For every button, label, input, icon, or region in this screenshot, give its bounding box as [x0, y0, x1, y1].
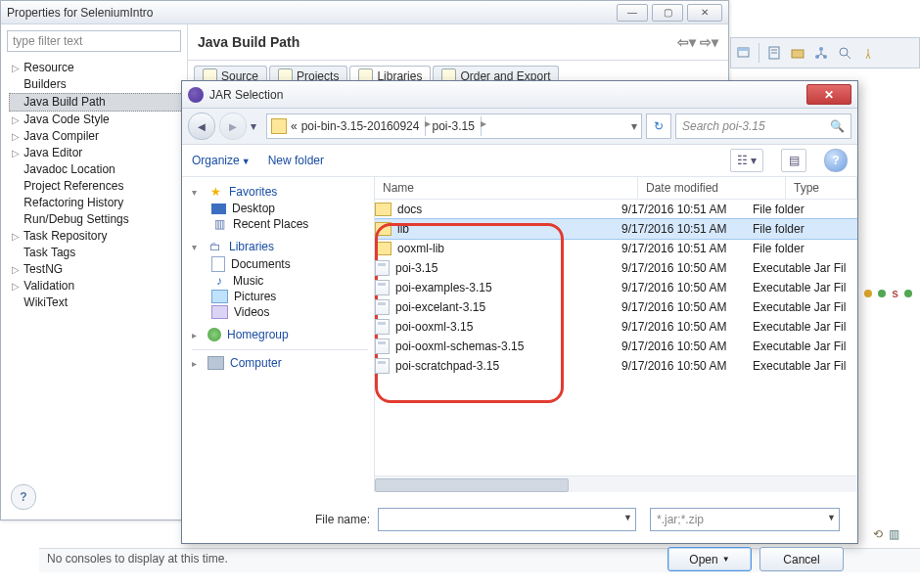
search-icon[interactable]	[834, 42, 855, 64]
places-splitter[interactable]	[370, 177, 374, 492]
dialog-close-button[interactable]: ✕	[806, 84, 851, 105]
sync-icon[interactable]: ⟲	[873, 527, 883, 541]
tree-item[interactable]: Javadoc Location	[9, 161, 183, 178]
minimize-button[interactable]: —	[617, 4, 648, 22]
place-documents[interactable]: Documents	[192, 255, 374, 273]
back-arrow-icon[interactable]: ⇦▾	[677, 34, 696, 50]
type-hierarchy-icon[interactable]	[810, 42, 832, 64]
ok-dot-icon	[878, 290, 886, 297]
nav-back-button[interactable]: ◄	[188, 113, 215, 140]
tree-item[interactable]: Refactoring History	[9, 195, 183, 211]
cancel-button[interactable]: Cancel	[759, 547, 844, 571]
tree-item[interactable]: ▷ Resource	[9, 60, 183, 76]
eclipse-toolbar	[730, 37, 920, 68]
file-row[interactable]: lib9/17/2016 10:51 AMFile folder	[375, 219, 857, 239]
dialog-title: JAR Selection	[209, 88, 283, 102]
filter-text-input[interactable]: type filter text	[7, 30, 181, 52]
dialog-bottom: File name: ▼ *.jar;*.zip▼ Open▼ Cancel	[182, 492, 857, 571]
breadcrumb[interactable]: « poi-bin-3.15-20160924 ▸ poi-3.15 ▸ ▾	[266, 113, 642, 139]
tree-item[interactable]: WikiText	[9, 294, 183, 311]
file-row[interactable]: ooxml-lib9/17/2016 10:51 AMFile folder	[375, 239, 857, 258]
dialog-help-button[interactable]: ?	[824, 149, 848, 172]
maximize-button[interactable]: ▢	[652, 4, 683, 22]
tree-item[interactable]: Task Tags	[9, 245, 183, 261]
dialog-titlebar[interactable]: JAR Selection ✕	[182, 81, 857, 109]
file-row[interactable]: poi-examples-3.159/17/2016 10:50 AMExecu…	[375, 278, 857, 297]
tree-item[interactable]: ▷ Java Code Style	[9, 112, 183, 128]
preview-pane-button[interactable]: ▤	[781, 149, 806, 172]
new-folder-button[interactable]: New folder	[268, 154, 324, 167]
static-marker-icon: s	[892, 287, 898, 300]
place-music[interactable]: ♪Music	[192, 273, 374, 289]
tree-item[interactable]: Builders	[9, 76, 183, 93]
place-pictures[interactable]: Pictures	[192, 289, 374, 304]
properties-tree[interactable]: ▷ Resource Builders Java Build Path▷ Jav…	[1, 58, 187, 520]
jar-icon	[375, 299, 390, 315]
file-row[interactable]: poi-ooxml-schemas-3.159/17/2016 10:50 AM…	[375, 337, 857, 356]
breadcrumb-prev[interactable]: «	[291, 119, 298, 133]
tree-item[interactable]: Java Build Path	[9, 93, 183, 112]
properties-titlebar[interactable]: Properties for SeleniumIntro — ▢ ✕	[1, 1, 728, 24]
breadcrumb-item[interactable]: poi-bin-3.15-20160924	[301, 119, 420, 133]
tree-item[interactable]: ▷ TestNG	[9, 261, 183, 278]
file-name-label: File name:	[194, 513, 370, 526]
warning-dot-icon	[864, 290, 872, 297]
forward-arrow-icon[interactable]: ⇨▾	[700, 34, 718, 50]
libraries-header[interactable]: ▾🗀Libraries	[192, 240, 374, 253]
nav-history-dropdown[interactable]: ▾	[251, 119, 262, 133]
svg-line-10	[847, 55, 851, 59]
pin-icon[interactable]	[857, 42, 879, 64]
svg-rect-1	[738, 48, 749, 51]
file-filter-combo[interactable]: *.jar;*.zip▼	[650, 508, 840, 531]
refresh-button[interactable]: ↻	[646, 113, 671, 139]
favorites-header[interactable]: ▾★Favorites	[192, 185, 374, 199]
tree-item[interactable]: ▷ Java Editor	[9, 145, 183, 161]
outline-icon[interactable]	[763, 42, 785, 64]
open-button[interactable]: Open▼	[667, 547, 752, 571]
tree-item[interactable]: Run/Debug Settings	[9, 211, 183, 228]
organize-button[interactable]: Organize▼	[192, 154, 251, 167]
tree-item[interactable]: ▷ Java Compiler	[9, 128, 183, 145]
search-input[interactable]: Search poi-3.15 🔍	[675, 113, 851, 139]
file-row[interactable]: poi-3.159/17/2016 10:50 AMExecutable Jar…	[375, 258, 857, 278]
file-row[interactable]: poi-ooxml-3.159/17/2016 10:50 AMExecutab…	[375, 317, 857, 337]
file-row[interactable]: poi-scratchpad-3.159/17/2016 10:50 AMExe…	[375, 356, 857, 376]
file-rows[interactable]: docs9/17/2016 10:51 AMFile folderlib9/17…	[375, 200, 857, 475]
place-videos[interactable]: Videos	[192, 304, 374, 320]
tree-item[interactable]: ▷ Validation	[9, 278, 183, 294]
package-icon[interactable]	[787, 42, 808, 64]
col-date-modified[interactable]: Date modified	[638, 177, 786, 199]
file-list: Name Date modified Type docs9/17/2016 10…	[375, 177, 857, 492]
homegroup-header[interactable]: ▸Homegroup	[192, 328, 374, 341]
scrollbar-thumb[interactable]	[375, 478, 569, 492]
view-mode-button[interactable]: ☷ ▾	[730, 149, 763, 172]
breadcrumb-item[interactable]: poi-3.15	[432, 119, 474, 133]
window-icon[interactable]: ▥	[889, 527, 899, 541]
close-button[interactable]: ✕	[687, 4, 722, 22]
place-desktop[interactable]: Desktop	[192, 201, 374, 216]
tree-item[interactable]: ▷ Task Repository	[9, 228, 183, 245]
tree-item[interactable]: Project References	[9, 178, 183, 195]
file-row[interactable]: poi-excelant-3.159/17/2016 10:50 AMExecu…	[375, 297, 857, 317]
col-name[interactable]: Name	[375, 177, 638, 199]
places-panel[interactable]: ▾★Favorites Desktop ▥Recent Places ▾🗀Lib…	[182, 177, 375, 492]
folder-icon	[375, 203, 391, 216]
folder-icon	[271, 118, 287, 134]
breadcrumb-dropdown-icon[interactable]: ▾	[631, 119, 637, 133]
computer-header[interactable]: ▸Computer	[192, 356, 374, 370]
new-window-icon[interactable]	[733, 42, 755, 64]
nav-row: ◄ ► ▾ « poi-bin-3.15-20160924 ▸ poi-3.15…	[182, 109, 857, 145]
properties-left-panel: type filter text ▷ Resource Builders Jav…	[1, 24, 188, 520]
search-placeholder: Search poi-3.15	[682, 119, 765, 133]
help-button[interactable]: ?	[11, 484, 36, 510]
svg-point-6	[819, 47, 823, 51]
file-row[interactable]: docs9/17/2016 10:51 AMFile folder	[375, 200, 857, 219]
col-type[interactable]: Type	[786, 177, 857, 199]
search-icon: 🔍	[830, 119, 845, 133]
horizontal-scrollbar[interactable]	[375, 475, 857, 492]
place-recent[interactable]: ▥Recent Places	[192, 216, 374, 232]
column-headers[interactable]: Name Date modified Type	[375, 177, 857, 200]
properties-header: Java Build Path ⇦▾ ⇨▾	[188, 24, 728, 61]
nav-forward-button[interactable]: ►	[219, 113, 247, 140]
file-name-combo[interactable]: ▼	[378, 508, 636, 531]
